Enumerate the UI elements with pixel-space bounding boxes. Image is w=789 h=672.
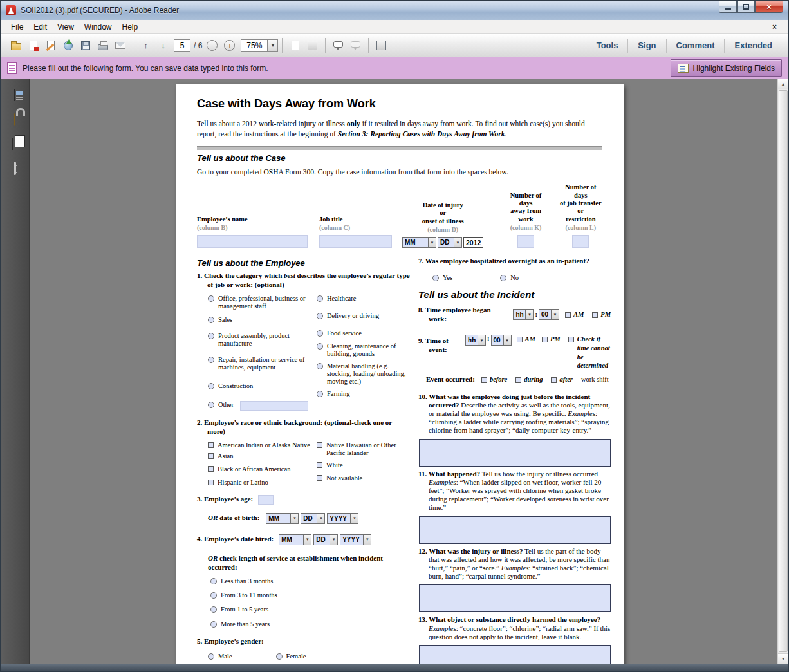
radio-button[interactable]	[317, 343, 323, 350]
radio-button[interactable]	[276, 653, 283, 660]
checkbox[interactable]	[208, 466, 214, 472]
began-minute-dropdown[interactable]: 00▼	[539, 309, 559, 320]
email-button[interactable]	[112, 37, 128, 54]
minimize-button[interactable]	[719, 1, 737, 13]
radio-button[interactable]	[208, 402, 214, 408]
injury-day-dropdown[interactable]: DD▼	[438, 237, 462, 248]
radio-button[interactable]	[500, 275, 506, 281]
harmful-object-textarea[interactable]	[419, 645, 611, 664]
during-checkbox[interactable]	[515, 377, 521, 383]
comment-panel-button[interactable]: Comment	[667, 41, 725, 50]
page-number-input[interactable]: 5	[174, 39, 190, 52]
radio-button[interactable]	[317, 330, 323, 337]
page-fit-button[interactable]	[304, 37, 320, 54]
maximize-button[interactable]	[737, 1, 755, 13]
checkbox[interactable]	[317, 475, 322, 481]
radio-button[interactable]	[317, 391, 323, 397]
what-happened-textarea[interactable]	[419, 516, 611, 544]
zoom-out-button[interactable]: −	[204, 37, 220, 54]
zoom-dropdown-button[interactable]: ▼	[268, 39, 278, 52]
sign-document-button[interactable]	[42, 37, 59, 54]
radio-button[interactable]	[208, 333, 214, 339]
employee-name-field[interactable]	[197, 235, 308, 248]
previous-page-button[interactable]: ↑	[138, 37, 154, 54]
zoom-level-input[interactable]: 75%	[241, 39, 268, 52]
employee-age-field[interactable]	[258, 495, 274, 505]
titlebar[interactable]: SOII2012 (3).pdf (SECURED) - Adobe Reade…	[1, 1, 788, 20]
pdf-create-button[interactable]	[25, 37, 41, 54]
sign-panel-button[interactable]: Sign	[628, 41, 665, 50]
share-upload-button[interactable]	[60, 37, 76, 54]
job-title-field[interactable]	[319, 235, 392, 248]
days-away-field[interactable]	[517, 235, 534, 248]
began-pm-checkbox[interactable]	[592, 312, 598, 318]
menu-view[interactable]: View	[52, 21, 79, 33]
before-incident-textarea[interactable]	[419, 439, 611, 467]
after-checkbox[interactable]	[551, 377, 557, 383]
radio-button[interactable]	[317, 313, 323, 319]
event-hour-dropdown[interactable]: hh▼	[465, 335, 486, 346]
menu-file[interactable]: File	[6, 21, 28, 33]
hired-day-dropdown[interactable]: DD▼	[313, 534, 338, 545]
attachments-button[interactable]	[14, 163, 16, 174]
vertical-scrollbar[interactable]: ▲ ▼	[777, 79, 788, 664]
checkbox[interactable]	[208, 442, 214, 448]
radio-button[interactable]	[210, 621, 217, 628]
radio-button[interactable]	[317, 363, 323, 369]
other-category-field[interactable]	[240, 401, 308, 411]
open-file-button[interactable]	[8, 37, 24, 54]
annotate-button[interactable]	[348, 37, 364, 54]
dob-month-dropdown[interactable]: MM▼	[266, 513, 299, 524]
event-pm-checkbox[interactable]	[542, 337, 548, 342]
radio-button[interactable]	[208, 383, 214, 389]
scroll-down-button[interactable]: ▼	[778, 653, 788, 664]
radio-button[interactable]	[208, 357, 214, 363]
checkbox[interactable]	[317, 442, 322, 448]
time-cannot-be-determined-checkbox[interactable]	[568, 337, 574, 342]
radio-button[interactable]	[210, 592, 217, 599]
radio-button[interactable]	[210, 606, 217, 613]
document-area[interactable]: Case with Days Away from Work Tell us ab…	[30, 79, 777, 664]
tools-panel-button[interactable]: Tools	[587, 41, 628, 50]
event-am-checkbox[interactable]	[517, 337, 523, 342]
dob-year-dropdown[interactable]: YYYY▼	[327, 513, 358, 524]
zoom-in-button[interactable]: +	[221, 37, 237, 54]
extended-panel-button[interactable]: Extended	[725, 41, 782, 50]
radio-button[interactable]	[208, 295, 214, 302]
close-button[interactable]: ×	[755, 1, 783, 13]
hired-year-dropdown[interactable]: YYYY▼	[340, 534, 371, 545]
radio-button[interactable]	[210, 578, 217, 584]
comment-bubble-button[interactable]	[330, 37, 346, 54]
page-thumbnails-button[interactable]	[14, 89, 15, 101]
scroll-up-button[interactable]: ▲	[778, 79, 788, 89]
scrolling-mode-button[interactable]	[287, 37, 303, 54]
radio-button[interactable]	[208, 653, 214, 660]
event-minute-dropdown[interactable]: 00▼	[491, 335, 512, 346]
radio-button[interactable]	[208, 317, 214, 323]
began-am-checkbox[interactable]	[565, 312, 571, 318]
injury-month-dropdown[interactable]: MM▼	[402, 237, 436, 248]
hired-month-dropdown[interactable]: MM▼	[279, 534, 311, 545]
injury-year-field[interactable]: 2012	[463, 237, 483, 248]
checkbox[interactable]	[208, 453, 214, 459]
save-button[interactable]	[77, 37, 93, 54]
checkbox[interactable]	[208, 480, 214, 485]
next-page-button[interactable]: ↓	[155, 37, 171, 54]
print-button[interactable]	[95, 37, 111, 54]
began-hour-dropdown[interactable]: hh▼	[513, 309, 534, 320]
dob-day-dropdown[interactable]: DD▼	[301, 513, 325, 524]
menu-window[interactable]: Window	[79, 21, 117, 33]
reading-mode-button[interactable]	[373, 37, 389, 54]
injury-illness-textarea[interactable]	[419, 584, 611, 612]
checkbox[interactable]	[317, 462, 322, 468]
vertical-scrollbar-thumb[interactable]	[779, 90, 788, 652]
radio-button[interactable]	[317, 295, 323, 302]
job-transfer-field[interactable]	[572, 235, 589, 248]
security-settings-button[interactable]	[14, 114, 15, 126]
menu-help[interactable]: Help	[117, 21, 144, 33]
radio-button[interactable]	[432, 275, 439, 281]
highlight-existing-fields-button[interactable]: Highlight Existing Fields	[671, 59, 782, 77]
menu-edit[interactable]: Edit	[28, 21, 52, 33]
close-document-icon[interactable]: ×	[766, 23, 783, 32]
before-checkbox[interactable]	[481, 377, 487, 383]
